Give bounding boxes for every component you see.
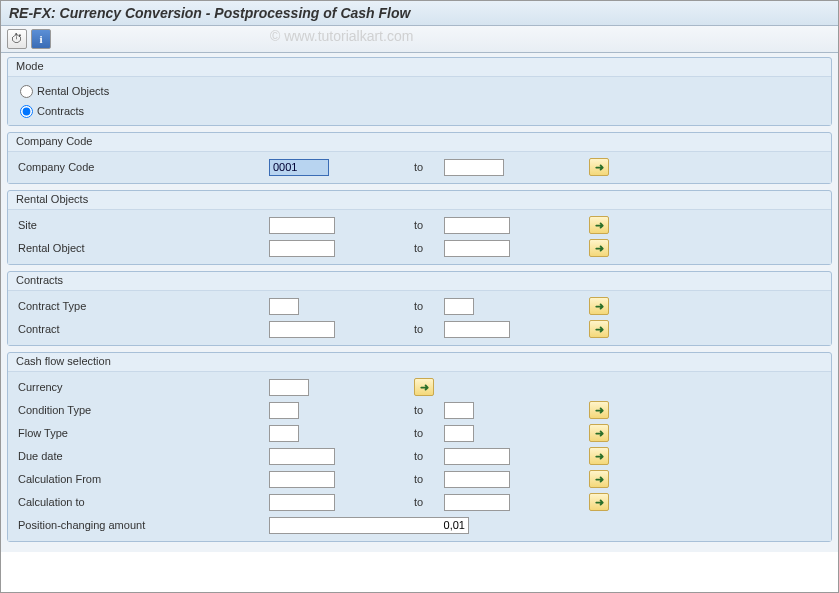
to-label: to (414, 323, 444, 335)
to-label: to (414, 219, 444, 231)
company-code-multi-button[interactable]: ➜ (589, 158, 609, 176)
to-label: to (414, 242, 444, 254)
arrow-right-icon: ➜ (595, 242, 604, 255)
flow-type-to-input[interactable] (444, 425, 474, 442)
radio-rental-objects[interactable] (20, 85, 33, 98)
group-contracts: Contracts Contract Type to ➜ Contract to… (7, 271, 832, 346)
to-label: to (414, 450, 444, 462)
arrow-right-icon: ➜ (420, 381, 429, 394)
company-code-to-input[interactable] (444, 159, 504, 176)
contract-type-label: Contract Type (14, 300, 269, 312)
condition-type-label: Condition Type (14, 404, 269, 416)
contract-multi-button[interactable]: ➜ (589, 320, 609, 338)
arrow-right-icon: ➜ (595, 450, 604, 463)
to-label: to (414, 473, 444, 485)
calc-from-label: Calculation From (14, 473, 269, 485)
to-label: to (414, 300, 444, 312)
group-company-code-title: Company Code (8, 133, 831, 152)
rental-object-from-input[interactable] (269, 240, 335, 257)
flow-type-from-input[interactable] (269, 425, 299, 442)
arrow-right-icon: ➜ (595, 219, 604, 232)
company-code-label: Company Code (14, 161, 269, 173)
to-label: to (414, 404, 444, 416)
rental-object-to-input[interactable] (444, 240, 510, 257)
site-to-input[interactable] (444, 217, 510, 234)
info-icon: i (39, 33, 42, 45)
radio-rental-objects-label: Rental Objects (37, 85, 109, 97)
calc-to-multi-button[interactable]: ➜ (589, 493, 609, 511)
due-date-to-input[interactable] (444, 448, 510, 465)
toolbar: i (1, 26, 838, 53)
flow-type-label: Flow Type (14, 427, 269, 439)
group-rental-objects-title: Rental Objects (8, 191, 831, 210)
site-multi-button[interactable]: ➜ (589, 216, 609, 234)
rental-object-label: Rental Object (14, 242, 269, 254)
group-rental-objects: Rental Objects Site to ➜ Rental Object t… (7, 190, 832, 265)
currency-input[interactable] (269, 379, 309, 396)
condition-type-multi-button[interactable]: ➜ (589, 401, 609, 419)
arrow-right-icon: ➜ (595, 323, 604, 336)
contract-from-input[interactable] (269, 321, 335, 338)
contract-type-from-input[interactable] (269, 298, 299, 315)
to-label: to (414, 496, 444, 508)
contract-to-input[interactable] (444, 321, 510, 338)
due-date-from-input[interactable] (269, 448, 335, 465)
calc-to-from-input[interactable] (269, 494, 335, 511)
arrow-right-icon: ➜ (595, 473, 604, 486)
arrow-right-icon: ➜ (595, 404, 604, 417)
calc-to-label: Calculation to (14, 496, 269, 508)
arrow-right-icon: ➜ (595, 300, 604, 313)
flow-type-multi-button[interactable]: ➜ (589, 424, 609, 442)
arrow-right-icon: ➜ (595, 161, 604, 174)
calc-to-to-input[interactable] (444, 494, 510, 511)
contract-label: Contract (14, 323, 269, 335)
currency-multi-button[interactable]: ➜ (414, 378, 434, 396)
condition-type-from-input[interactable] (269, 402, 299, 419)
rental-object-multi-button[interactable]: ➜ (589, 239, 609, 257)
arrow-right-icon: ➜ (595, 496, 604, 509)
group-cash-flow-title: Cash flow selection (8, 353, 831, 372)
group-company-code: Company Code Company Code to ➜ (7, 132, 832, 184)
page-title: RE-FX: Currency Conversion - Postprocess… (1, 1, 838, 26)
site-from-input[interactable] (269, 217, 335, 234)
group-contracts-title: Contracts (8, 272, 831, 291)
condition-type-to-input[interactable] (444, 402, 474, 419)
group-mode-title: Mode (8, 58, 831, 77)
position-amount-label: Position-changing amount (14, 519, 269, 531)
company-code-from-input[interactable] (269, 159, 329, 176)
to-label: to (414, 161, 444, 173)
arrow-right-icon: ➜ (595, 427, 604, 440)
radio-contracts-label: Contracts (37, 105, 84, 117)
execute-button[interactable] (7, 29, 27, 49)
calc-from-from-input[interactable] (269, 471, 335, 488)
group-cash-flow: Cash flow selection Currency ➜ Condition… (7, 352, 832, 542)
calc-from-to-input[interactable] (444, 471, 510, 488)
group-mode: Mode Rental Objects Contracts (7, 57, 832, 126)
radio-contracts[interactable] (20, 105, 33, 118)
contract-type-to-input[interactable] (444, 298, 474, 315)
info-button[interactable]: i (31, 29, 51, 49)
execute-icon (11, 32, 23, 46)
due-date-label: Due date (14, 450, 269, 462)
contract-type-multi-button[interactable]: ➜ (589, 297, 609, 315)
position-amount-input[interactable] (269, 517, 469, 534)
content-area: Mode Rental Objects Contracts Company Co… (1, 53, 838, 552)
calc-from-multi-button[interactable]: ➜ (589, 470, 609, 488)
due-date-multi-button[interactable]: ➜ (589, 447, 609, 465)
to-label: to (414, 427, 444, 439)
site-label: Site (14, 219, 269, 231)
currency-label: Currency (14, 381, 269, 393)
